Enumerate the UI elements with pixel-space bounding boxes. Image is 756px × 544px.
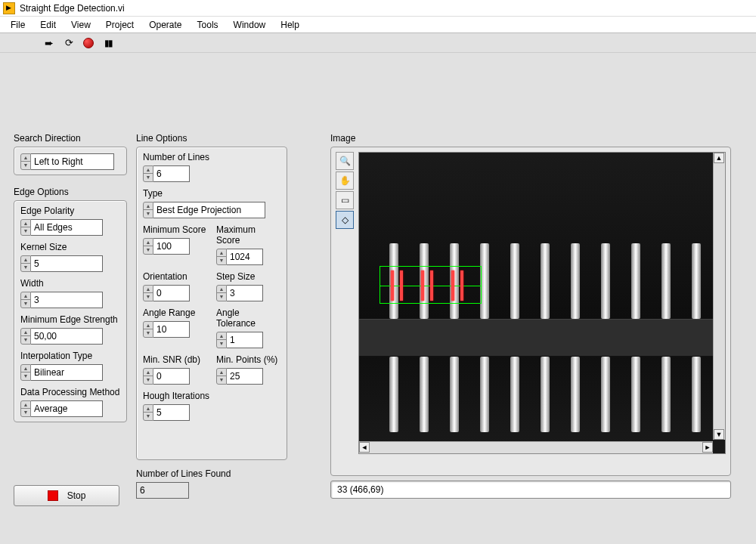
pan-tool[interactable]: ✋	[336, 172, 354, 190]
hough-iterations-spinner[interactable]: ▲▼	[143, 404, 153, 421]
menu-window[interactable]: Window	[226, 18, 274, 32]
titlebar: Straight Edge Detection.vi	[0, 0, 756, 17]
angle-range-spinner[interactable]: ▲▼	[143, 321, 153, 338]
interpolation-type-label: Interpolation Type	[20, 351, 120, 361]
interpolation-type-spinner[interactable]: ▲▼	[20, 364, 31, 381]
min-snr-input[interactable]	[153, 368, 190, 385]
min-snr-spinner[interactable]: ▲▼	[143, 368, 153, 385]
width-spinner[interactable]: ▲▼	[20, 292, 31, 308]
min-points-input[interactable]	[227, 368, 263, 385]
orientation-label: Orientation	[143, 271, 207, 282]
window-title: Straight Edge Detection.vi	[20, 3, 125, 14]
zoom-tool[interactable]: 🔍	[336, 152, 354, 170]
angle-tolerance-label: Angle Tolerance	[216, 308, 280, 329]
image-label: Image	[330, 133, 731, 144]
orientation-input[interactable]	[153, 285, 190, 301]
menu-edit[interactable]: Edit	[33, 18, 64, 32]
image-status: 33 (466,69)	[330, 481, 731, 499]
menu-file[interactable]: File	[3, 18, 33, 32]
num-lines-input[interactable]	[153, 165, 190, 182]
angle-range-input[interactable]	[153, 321, 190, 338]
step-size-label: Step Size	[216, 271, 280, 282]
interpolation-type-value[interactable]: Bilinear	[31, 364, 103, 381]
hough-iterations-input[interactable]	[153, 404, 190, 421]
max-score-input[interactable]	[227, 249, 263, 265]
image-status-text: 33 (466,69)	[337, 484, 383, 495]
kernel-size-input[interactable]	[31, 255, 103, 272]
min-score-label: Minimum Score	[143, 224, 207, 235]
min-score-spinner[interactable]: ▲▼	[143, 238, 153, 255]
min-score-input[interactable]	[153, 238, 190, 255]
min-edge-strength-label: Minimum Edge Strength	[20, 314, 120, 325]
run-button[interactable]: ➨	[42, 36, 56, 50]
scrollbar-vertical[interactable]: ▲ ▼	[713, 153, 725, 440]
lines-found-label: Number of Lines Found	[136, 468, 231, 479]
stop-label: Stop	[67, 490, 86, 501]
lines-found-value	[136, 482, 189, 499]
edge-options-label: Edge Options	[14, 187, 127, 197]
step-size-input[interactable]	[227, 285, 263, 301]
menu-help[interactable]: Help	[273, 18, 307, 32]
num-lines-spinner[interactable]: ▲▼	[143, 165, 153, 182]
orientation-spinner[interactable]: ▲▼	[143, 285, 153, 301]
scrollbar-horizontal[interactable]: ◄ ►	[359, 441, 713, 453]
menu-project[interactable]: Project	[98, 18, 141, 32]
hough-iterations-label: Hough Iterations	[143, 391, 280, 401]
min-points-label: Min. Points (%)	[216, 354, 280, 365]
rectangle-tool[interactable]: ▭	[336, 191, 354, 209]
angle-range-label: Angle Range	[143, 308, 207, 318]
stop-icon	[48, 490, 58, 501]
toolbar: ➨ ⟳ ▮▮	[0, 33, 756, 53]
edge-polarity-spinner[interactable]: ▲▼	[20, 219, 31, 236]
pause-button[interactable]: ▮▮	[101, 36, 115, 50]
angle-tolerance-input[interactable]	[227, 332, 263, 348]
min-edge-strength-input[interactable]	[31, 328, 103, 345]
max-score-label: Maximum Score	[216, 224, 280, 246]
rotated-rectangle-tool[interactable]: ◇	[336, 211, 354, 229]
menu-tools[interactable]: Tools	[190, 18, 226, 32]
data-processing-label: Data Processing Method	[20, 387, 120, 397]
angle-tolerance-spinner[interactable]: ▲▼	[216, 332, 227, 348]
roi-overlay[interactable]	[380, 266, 482, 304]
line-options-label: Line Options	[136, 133, 287, 144]
search-direction-spinner[interactable]: ▲▼	[20, 153, 31, 170]
step-size-spinner[interactable]: ▲▼	[216, 285, 227, 301]
max-score-spinner[interactable]: ▲▼	[216, 249, 227, 265]
search-direction-label: Search Direction	[14, 133, 127, 144]
search-direction-value[interactable]: Left to Right	[31, 153, 114, 170]
edge-polarity-value[interactable]: All Edges	[31, 219, 103, 236]
stop-button[interactable]: Stop	[14, 485, 119, 506]
width-input[interactable]	[31, 292, 103, 308]
kernel-size-spinner[interactable]: ▲▼	[20, 255, 31, 272]
type-label: Type	[143, 188, 280, 199]
data-processing-value[interactable]: Average	[31, 400, 103, 417]
data-processing-spinner[interactable]: ▲▼	[20, 400, 31, 417]
min-points-spinner[interactable]: ▲▼	[216, 368, 227, 385]
min-edge-strength-spinner[interactable]: ▲▼	[20, 328, 31, 345]
run-continuous-button[interactable]: ⟳	[62, 36, 76, 50]
type-spinner[interactable]: ▲▼	[143, 202, 153, 218]
width-label: Width	[20, 278, 120, 289]
type-value[interactable]: Best Edge Projection	[153, 202, 265, 218]
menubar: File Edit View Project Operate Tools Win…	[0, 17, 756, 33]
abort-button[interactable]	[82, 36, 95, 50]
menu-operate[interactable]: Operate	[141, 18, 189, 32]
vi-icon	[3, 2, 15, 14]
menu-view[interactable]: View	[64, 18, 98, 32]
num-lines-label: Number of Lines	[143, 152, 280, 162]
image-display[interactable]: ▲ ▼ ◄ ►	[358, 152, 726, 454]
kernel-size-label: Kernel Size	[20, 242, 120, 252]
min-snr-label: Min. SNR (db)	[143, 354, 207, 365]
edge-polarity-label: Edge Polarity	[20, 206, 120, 216]
